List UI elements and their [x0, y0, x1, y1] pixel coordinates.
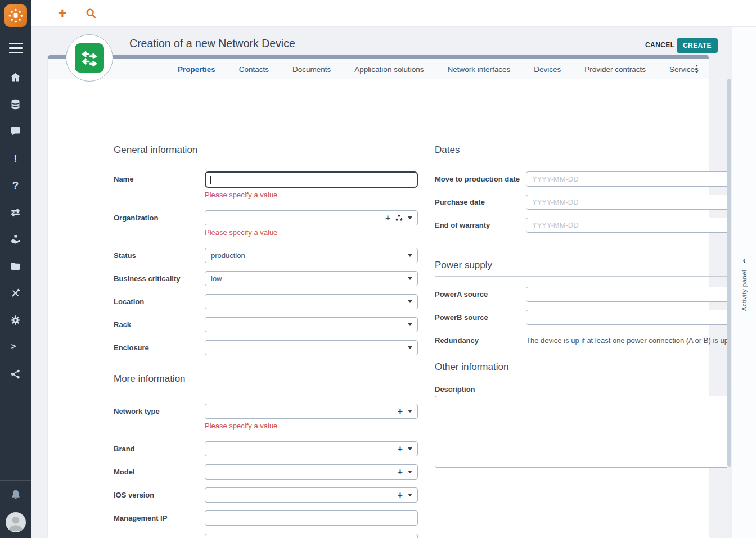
sidebar-item-helpdesk[interactable] — [0, 117, 31, 144]
question-icon: ? — [12, 180, 19, 191]
rack-select[interactable] — [205, 317, 418, 332]
section-dates: Dates — [435, 144, 740, 161]
activity-panel-expand-chevron[interactable]: ‹ — [743, 256, 746, 264]
ram-input[interactable] — [205, 534, 418, 538]
network-type-label: Network type — [114, 404, 205, 415]
cancel-button[interactable]: CANCEL — [645, 41, 674, 49]
name-label: Name — [114, 171, 205, 183]
add-brand-icon[interactable]: + — [398, 445, 403, 453]
description-textarea[interactable] — [435, 396, 740, 468]
global-search-button[interactable] — [84, 7, 97, 20]
add-model-icon[interactable]: + — [398, 468, 403, 476]
tab-contacts[interactable]: Contacts — [227, 65, 281, 74]
database-icon — [10, 98, 21, 110]
field-location: Location — [114, 294, 418, 309]
folder-icon — [10, 260, 21, 272]
sidebar-item-home[interactable] — [0, 64, 31, 91]
organization-error: Please specify a value — [205, 228, 418, 237]
object-form-card: Properties Contacts Documents Applicatio… — [48, 55, 709, 538]
sidebar-item-admin-tools[interactable] — [0, 279, 31, 306]
itop-logo-icon[interactable] — [4, 4, 27, 27]
tab-documents[interactable]: Documents — [281, 65, 343, 74]
name-error: Please specify a value — [205, 191, 418, 199]
card-top-accent-bar — [48, 55, 709, 59]
chevron-down-icon[interactable] — [408, 447, 412, 450]
purchase-date-input[interactable] — [526, 195, 740, 210]
add-network-type-icon[interactable]: + — [398, 408, 403, 415]
business-criticality-value: low — [205, 274, 228, 283]
sidebar: ! ? ⇄ — [0, 0, 31, 538]
tab-properties[interactable]: Properties — [166, 65, 227, 74]
menu-hamburger-icon[interactable] — [9, 43, 22, 53]
create-button[interactable]: CREATE — [677, 38, 718, 53]
sidebar-item-incidents[interactable]: ! — [0, 144, 31, 171]
chevron-down-icon[interactable] — [408, 471, 412, 473]
topbar: + — [31, 0, 756, 27]
sidebar-item-data[interactable] — [0, 91, 31, 117]
sidebar-item-settings[interactable] — [0, 306, 31, 333]
powerb-source-label: PowerB source — [435, 310, 526, 322]
enclosure-select[interactable] — [205, 340, 418, 355]
user-avatar[interactable] — [6, 512, 26, 532]
tab-bar: Properties Contacts Documents Applicatio… — [48, 59, 709, 79]
tab-network-interfaces[interactable]: Network interfaces — [435, 65, 522, 74]
hierarchy-icon[interactable] — [395, 214, 403, 221]
management-ip-label: Management IP — [114, 510, 205, 522]
chevron-down-icon[interactable] — [408, 494, 412, 496]
redundancy-label: Redundancy — [435, 333, 526, 345]
move-to-production-date-input[interactable] — [526, 171, 740, 187]
add-ios-version-icon[interactable]: + — [398, 491, 403, 499]
organization-label: Organization — [114, 210, 205, 222]
bell-icon — [10, 489, 22, 501]
name-input[interactable] — [205, 171, 418, 188]
model-select[interactable]: + — [205, 464, 418, 480]
powera-source-select[interactable] — [526, 287, 740, 302]
tab-provider-contracts[interactable]: Provider contracts — [573, 65, 658, 74]
person-icon — [6, 512, 26, 532]
enclosure-label: Enclosure — [114, 340, 205, 352]
field-network-type: Network type + Please specify a value — [114, 404, 418, 433]
tab-services[interactable]: Services — [658, 65, 710, 74]
field-redundancy: Redundancy The device is up if at least … — [435, 333, 740, 345]
business-criticality-select[interactable]: low — [205, 271, 418, 286]
sidebar-item-help[interactable]: ? — [0, 171, 31, 198]
sidebar-item-datamodel[interactable] — [0, 360, 31, 387]
form-column-left: General information Name Please specify … — [114, 144, 418, 538]
management-ip-input[interactable] — [205, 510, 418, 526]
organization-select[interactable]: + — [205, 210, 418, 225]
text-cursor — [210, 176, 211, 184]
field-business-criticality: Business criticality low — [114, 271, 418, 286]
scrollbar-thumb[interactable] — [727, 79, 731, 467]
main-scrollbar[interactable] — [727, 27, 732, 538]
rack-label: Rack — [114, 317, 205, 329]
end-of-warranty-input[interactable] — [526, 218, 740, 233]
notifications-bell-icon[interactable] — [10, 489, 22, 503]
location-select[interactable] — [205, 294, 418, 309]
activity-panel-label[interactable]: Activity panel — [741, 270, 748, 311]
chevron-down-icon[interactable] — [408, 410, 412, 413]
ios-version-select[interactable]: + — [205, 487, 418, 503]
tab-application-solutions[interactable]: Application solutions — [343, 65, 435, 74]
search-icon — [85, 7, 97, 19]
object-class-medallion — [66, 34, 113, 82]
chevron-down-icon[interactable] — [408, 216, 412, 219]
terminal-icon: >_ — [11, 343, 20, 351]
activity-panel-rail[interactable]: ‹ Activity panel — [732, 27, 756, 538]
add-organization-icon[interactable]: + — [385, 214, 390, 222]
powerb-source-select[interactable] — [526, 310, 740, 325]
itop-logo-glyph — [8, 8, 24, 24]
sidebar-item-documents[interactable] — [0, 252, 31, 279]
sidebar-item-changes[interactable]: ⇄ — [0, 198, 31, 225]
tab-devices[interactable]: Devices — [522, 65, 573, 74]
network-type-error: Please specify a value — [205, 422, 418, 430]
sidebar-item-console[interactable]: >_ — [0, 333, 31, 360]
brand-select[interactable]: + — [205, 441, 418, 456]
ram-label: RAM — [114, 534, 205, 538]
create-new-button[interactable]: + — [56, 7, 69, 20]
status-select[interactable]: production — [205, 248, 418, 263]
purchase-date-label: Purchase date — [435, 195, 526, 206]
tab-overflow-menu[interactable]: ⋮ — [692, 63, 701, 75]
sidebar-item-services[interactable] — [0, 225, 31, 252]
network-device-icon — [75, 43, 104, 73]
network-type-select[interactable]: + — [205, 404, 418, 419]
